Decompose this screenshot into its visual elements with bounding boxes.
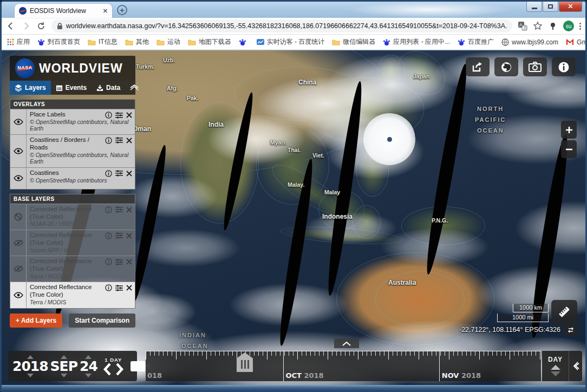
remove-layer-icon[interactable]: [126, 207, 132, 213]
info-icon[interactable]: [105, 284, 112, 291]
day-down-icon[interactable]: [85, 374, 92, 377]
date-month[interactable]: SEP: [50, 360, 77, 373]
tab-close-icon[interactable]: ✕: [103, 8, 108, 15]
sidebar-collapse-chevron[interactable]: [125, 81, 144, 95]
timeline-expand-chevron[interactable]: [334, 338, 359, 348]
bookmark-folder-it[interactable]: IT信息: [88, 37, 118, 47]
layer-row-aqua-modis[interactable]: Corrected Reflectance (True Color) Aqua …: [10, 256, 135, 282]
day-stepper[interactable]: 24: [80, 355, 97, 377]
profile-avatar[interactable]: su: [563, 21, 574, 31]
bookmark-apps[interactable]: 应用: [7, 37, 30, 47]
layer-row-coastlines-borders-roads[interactable]: Coastlines / Borders / Roads © OpenStree…: [10, 134, 135, 167]
bookmark-baidu-promo[interactable]: 百度推广: [458, 37, 494, 47]
bookmark-folder-sports[interactable]: 运动: [156, 37, 180, 47]
bookmark-gmail[interactable]: Gmail: [566, 38, 585, 46]
bookmark-lbjs99[interactable]: www.lbjs99.com: [501, 38, 558, 46]
timeline-zoom-level[interactable]: DAY: [542, 351, 569, 381]
interval-label[interactable]: 1 DAY: [105, 357, 122, 363]
options-sliders-icon[interactable]: [115, 259, 123, 265]
zoom-in-button[interactable]: [561, 121, 577, 139]
layer-row-suominpp-viirs[interactable]: Corrected Reflectance (True Color) Suomi…: [10, 230, 135, 256]
info-icon[interactable]: [105, 206, 112, 213]
info-icon[interactable]: [105, 258, 112, 265]
year-stepper[interactable]: 2018: [12, 355, 48, 377]
layer-row-noaa20-viirs[interactable]: Corrected Reflectance (True Color) NOAA-…: [10, 204, 135, 230]
new-tab-button[interactable]: +: [117, 5, 127, 15]
visibility-toggle[interactable]: [10, 256, 27, 282]
layer-row-place-labels[interactable]: Place Labels © OpenStreetMap contributor…: [10, 109, 135, 134]
layer-row-coastlines[interactable]: Coastlines © OpenStreetMap contributors: [10, 167, 135, 189]
bookmark-baidu-home[interactable]: 到百度首页: [37, 37, 80, 47]
info-button[interactable]: [552, 57, 576, 76]
bookmark-baidu[interactable]: [239, 38, 249, 46]
date-day[interactable]: 24: [80, 360, 97, 373]
projection-button[interactable]: [494, 57, 518, 76]
measure-button[interactable]: [551, 300, 577, 324]
zoom-level-down-icon[interactable]: [551, 371, 560, 376]
reload-icon[interactable]: [36, 21, 46, 31]
browser-tab[interactable]: EOSDIS Worldview ✕: [15, 4, 112, 18]
add-layers-button[interactable]: + Add Layers: [10, 313, 62, 328]
visibility-toggle[interactable]: [10, 204, 27, 230]
bookmark-baidu-stats[interactable]: 实时访客 - 百度统计: [257, 37, 325, 47]
options-sliders-icon[interactable]: [115, 285, 123, 291]
window-titlebar[interactable]: EOSDIS Worldview ✕ + ✕: [2, 2, 585, 18]
info-icon[interactable]: [105, 112, 112, 119]
visibility-toggle[interactable]: [10, 282, 27, 308]
options-sliders-icon[interactable]: [115, 232, 123, 239]
remove-layer-icon[interactable]: [126, 112, 132, 118]
maximize-button[interactable]: [543, 2, 558, 12]
timeline-collapse-chevron[interactable]: [569, 351, 582, 381]
visibility-toggle[interactable]: [10, 230, 27, 256]
bookmark-folder-mapdownloader[interactable]: 地图下载器: [188, 37, 231, 47]
visibility-toggle[interactable]: [10, 168, 27, 189]
zoom-level-up-icon[interactable]: [551, 365, 560, 370]
info-icon[interactable]: [105, 137, 112, 144]
start-comparison-button[interactable]: Start Comparison: [69, 313, 135, 328]
tab-events[interactable]: Events: [51, 81, 92, 95]
share-button[interactable]: [466, 57, 490, 76]
tab-layers[interactable]: Layers: [10, 81, 51, 95]
address-bar[interactable]: worldview.earthdata.nasa.gov/?v=16.34256…: [51, 19, 512, 32]
chrome-menu-icon[interactable]: [579, 23, 581, 30]
animation-camera-icon[interactable]: [131, 361, 145, 371]
remove-layer-icon[interactable]: [126, 233, 132, 239]
zoom-out-button[interactable]: [561, 140, 577, 158]
tab-data[interactable]: Data: [92, 81, 125, 95]
next-day-icon[interactable]: [115, 363, 124, 376]
back-icon[interactable]: [6, 21, 16, 31]
close-button[interactable]: ✕: [559, 2, 582, 12]
month-stepper[interactable]: SEP: [50, 355, 77, 377]
previous-day-icon[interactable]: [103, 363, 112, 376]
timeline-ruler[interactable]: 018 OCT 2018 NOV 2018: [146, 351, 541, 381]
visibility-toggle[interactable]: [10, 135, 27, 167]
remove-layer-icon[interactable]: [126, 285, 132, 291]
forward-icon[interactable]: [21, 21, 31, 31]
remove-layer-icon[interactable]: [126, 171, 132, 177]
date-year[interactable]: 2018: [12, 360, 48, 373]
remove-layer-icon[interactable]: [126, 138, 132, 143]
visibility-toggle[interactable]: [10, 109, 27, 134]
snapshot-button[interactable]: [523, 57, 547, 76]
layer-row-terra-modis[interactable]: Corrected Reflectance (True Color) Terra…: [10, 282, 135, 308]
options-sliders-icon[interactable]: [115, 112, 123, 119]
coordinates-format-button[interactable]: [564, 324, 578, 336]
translate-icon[interactable]: A文: [518, 21, 527, 31]
remove-layer-icon[interactable]: [126, 259, 132, 265]
bookmark-folder-wechat-editor[interactable]: 微信编辑器: [332, 37, 375, 47]
bookmark-folder-other[interactable]: 其他: [125, 37, 149, 47]
bookmark-star-icon[interactable]: [533, 21, 543, 31]
options-sliders-icon[interactable]: [115, 206, 123, 213]
info-icon[interactable]: [105, 170, 112, 177]
options-sliders-icon[interactable]: [115, 170, 123, 177]
overlays-header: OVERLAYS: [10, 100, 135, 109]
bookmark-app-list[interactable]: 应用列表 - 应用中...: [383, 37, 450, 47]
worldview-map[interactable]: Turkm. Uzb. Afg. Pak. Oman India China M…: [2, 50, 585, 385]
month-down-icon[interactable]: [61, 374, 67, 377]
options-sliders-icon[interactable]: [115, 137, 123, 143]
extension-pin-icon[interactable]: [548, 21, 558, 31]
info-icon[interactable]: [105, 232, 112, 239]
minimize-button[interactable]: [526, 2, 542, 12]
nasa-logo[interactable]: NASA: [15, 58, 35, 78]
year-down-icon[interactable]: [27, 374, 34, 377]
